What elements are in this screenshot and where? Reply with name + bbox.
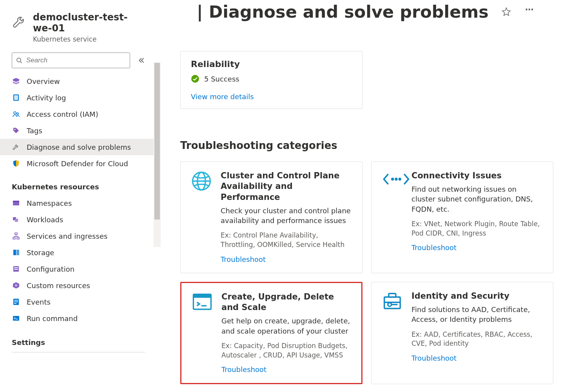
sidebar-item-workloads[interactable]: Workloads xyxy=(0,211,157,228)
svg-rect-24 xyxy=(14,301,18,302)
category-description: Get help on create, upgrade, delete, and… xyxy=(221,316,351,336)
config-icon xyxy=(12,265,20,273)
nav-item-label: Custom resources xyxy=(27,281,90,290)
sidebar-item-namespaces[interactable]: Namespaces xyxy=(0,195,157,211)
svg-rect-16 xyxy=(16,250,19,255)
sidebar: democluster-test-we-01 Kubernetes servic… xyxy=(0,0,157,392)
resources-section-label: Kubernetes resources xyxy=(0,172,157,195)
category-card-identity-and-security: Identity and SecurityFind solutions to A… xyxy=(371,282,553,385)
category-title: Cluster and Control Plane Availability a… xyxy=(221,171,352,203)
category-card-create-upgrade-delete-and-scale: Create, Upgrade, Delete and ScaleGet hel… xyxy=(180,282,362,385)
category-title: Identity and Security xyxy=(411,291,543,301)
nav-item-label: Access control (IAM) xyxy=(27,110,98,118)
settings-section-label: Settings xyxy=(0,327,157,350)
view-more-details-link[interactable]: View more details xyxy=(191,93,254,101)
tag-icon xyxy=(12,126,20,135)
svg-point-32 xyxy=(391,178,394,180)
custom-icon xyxy=(12,281,20,290)
sidebar-item-overview[interactable]: Overview xyxy=(0,73,157,89)
sidebar-item-events[interactable]: Events xyxy=(0,294,157,310)
svg-rect-18 xyxy=(14,267,18,268)
svg-point-34 xyxy=(399,178,401,180)
run-icon xyxy=(12,314,20,323)
nav-item-label: Overview xyxy=(27,77,60,85)
nav-item-label: Diagnose and solve problems xyxy=(27,143,131,151)
sidebar-item-custom-resources[interactable]: Custom resources xyxy=(0,277,157,294)
reliability-status: 5 Success xyxy=(204,75,239,83)
reliability-card: Reliability 5 Success View more details xyxy=(180,51,362,109)
sidebar-item-activity-log[interactable]: Activity log xyxy=(0,89,157,106)
svg-rect-4 xyxy=(14,95,18,100)
nav-item-label: Events xyxy=(27,298,51,306)
nav-item-label: Activity log xyxy=(27,94,66,102)
sidebar-item-microsoft-defender-for-cloud[interactable]: Microsoft Defender for Cloud xyxy=(0,155,157,172)
sidebar-scrollbar[interactable] xyxy=(154,63,161,247)
nav-item-label: Workloads xyxy=(27,216,63,224)
sidebar-item-configuration[interactable]: Configuration xyxy=(0,261,157,277)
page-title: | Diagnose and solve problems xyxy=(197,2,489,22)
sidebar-item-access-control-iam[interactable]: Access control (IAM) xyxy=(0,106,157,122)
search-icon xyxy=(16,57,22,64)
svg-rect-13 xyxy=(13,238,15,239)
svg-point-41 xyxy=(388,303,391,306)
sidebar-item-tags[interactable]: Tags xyxy=(0,122,157,139)
svg-rect-12 xyxy=(15,233,17,234)
category-description: Check your cluster and control plane ava… xyxy=(221,206,352,225)
sidebar-item-run-command[interactable]: Run command xyxy=(0,310,157,327)
events-icon xyxy=(12,298,20,306)
nav-item-label: Tags xyxy=(27,127,42,135)
svg-rect-26 xyxy=(13,316,19,321)
category-examples: Ex: Control Plane Availability, Throttli… xyxy=(221,231,352,250)
category-examples: Ex: Capacity, Pod Disruption Budgets, Au… xyxy=(221,341,351,360)
globe-icon xyxy=(191,171,212,263)
troubleshoot-link[interactable]: Troubleshoot xyxy=(221,255,266,263)
svg-line-2 xyxy=(20,62,22,63)
storage-icon xyxy=(12,248,20,257)
search-input[interactable] xyxy=(25,56,126,65)
terminal-icon xyxy=(192,292,213,374)
nav-item-label: Configuration xyxy=(27,265,74,273)
svg-marker-0 xyxy=(502,8,510,16)
svg-rect-39 xyxy=(389,294,396,297)
category-description: Find out networking issues on cluster su… xyxy=(411,184,543,214)
sidebar-item-services-and-ingresses[interactable]: Services and ingresses xyxy=(0,228,157,244)
svg-rect-36 xyxy=(194,294,211,298)
more-icon[interactable]: ⋯ xyxy=(524,4,536,15)
category-title: Create, Upgrade, Delete and Scale xyxy=(221,292,351,313)
settings-divider xyxy=(12,352,145,352)
troubleshoot-link[interactable]: Troubleshoot xyxy=(411,243,457,252)
success-check-icon xyxy=(191,74,199,83)
category-card-cluster-and-control-plane-availability-and-performance: Cluster and Control Plane Availability a… xyxy=(180,162,362,273)
category-examples: Ex: VNet, Network Plugin, Route Table, P… xyxy=(411,220,543,238)
workload-icon xyxy=(12,215,20,224)
wrench-icon xyxy=(12,13,27,29)
log-icon xyxy=(12,93,20,102)
collapse-sidebar-icon[interactable] xyxy=(138,57,145,64)
nav-item-label: Services and ingresses xyxy=(27,232,107,240)
svg-point-33 xyxy=(395,178,397,180)
category-examples: Ex: AAD, Certificates, RBAC, Access, CVE… xyxy=(411,330,543,349)
sidebar-item-diagnose-and-solve-problems[interactable]: Diagnose and solve problems xyxy=(0,139,157,155)
cluster-subtitle: Kubernetes service xyxy=(33,35,145,43)
svg-rect-15 xyxy=(13,250,16,255)
svg-rect-11 xyxy=(15,219,18,222)
troubleshoot-link[interactable]: Troubleshoot xyxy=(221,365,266,374)
wrench-icon xyxy=(12,143,20,151)
nav-item-label: Run command xyxy=(27,314,78,323)
cluster-name: democluster-test-we-01 xyxy=(33,12,145,34)
svg-point-5 xyxy=(14,112,16,114)
svg-rect-9 xyxy=(13,201,19,202)
toolbox-icon xyxy=(382,291,403,375)
category-title: Connectivity Issues xyxy=(411,171,543,181)
svg-rect-14 xyxy=(17,238,19,239)
shield-icon xyxy=(12,159,20,168)
sidebar-item-storage[interactable]: Storage xyxy=(0,244,157,261)
ns-icon xyxy=(12,199,20,207)
reliability-title: Reliability xyxy=(191,59,352,69)
aks-icon xyxy=(12,77,20,85)
scrollbar-thumb[interactable] xyxy=(154,63,160,220)
svg-point-1 xyxy=(17,58,21,62)
troubleshoot-link[interactable]: Troubleshoot xyxy=(411,354,457,362)
search-input-container[interactable] xyxy=(12,53,130,68)
favorite-star-icon[interactable] xyxy=(500,6,512,18)
